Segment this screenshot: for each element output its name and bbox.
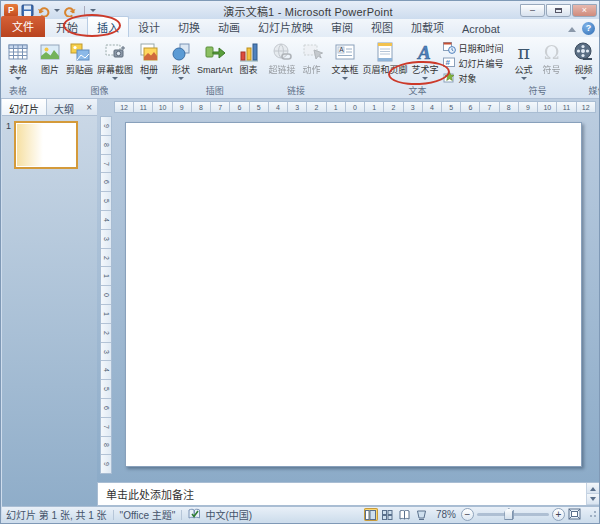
group-label-media: 媒体 [568,85,600,98]
group-symbols: π 公式 Ω 符号 符号 [508,38,568,98]
shapes-button-label: 形状 [172,65,190,75]
group-label-images: 图像 [34,85,165,98]
close-button[interactable]: × [572,4,597,17]
group-label-illustrations: 插图 [165,85,265,98]
screenshot-button[interactable]: 屏幕截图 [95,39,135,83]
language-indicator[interactable]: 中文(中国) [205,507,252,522]
wordart-button[interactable]: A 艺术字 [410,39,441,83]
textbox-icon: A [333,40,357,64]
slides-panel: 幻灯片 大纲 × 1 [2,99,97,506]
tab-transitions[interactable]: 切换 [169,17,209,37]
header-footer-button[interactable]: 页眉和页脚 [361,39,410,75]
help-icon[interactable]: ? [582,22,595,35]
screenshot-icon [103,40,127,64]
equation-button[interactable]: π 公式 [510,39,538,83]
arrow-down-icon [590,497,596,504]
tab-slides-thumbnails[interactable]: 幻灯片 [2,99,47,115]
photo-album-button[interactable]: 相册 [135,39,163,83]
ruler-number: 3 [101,229,111,248]
undo-dropdown-icon[interactable] [54,9,60,15]
symbol-icon: Ω [540,40,564,64]
hyperlink-button[interactable]: 超链接 [267,39,298,75]
spellcheck-icon[interactable] [188,508,201,522]
scroll-down-button[interactable] [587,494,599,505]
zoom-slider[interactable] [477,513,549,516]
svg-text:#: # [445,58,450,67]
tab-animations[interactable]: 动画 [209,17,249,37]
tab-slideshow[interactable]: 幻灯片放映 [249,17,322,37]
tab-outline[interactable]: 大纲 [47,99,81,115]
vertical-ruler: 9876543210123456789 [100,116,112,474]
resize-grip[interactable] [588,511,596,519]
zoom-in-button[interactable]: + [552,508,565,521]
smartart-button[interactable]: SmartArt [195,39,235,75]
notes-placeholder[interactable]: 单击此处添加备注 [98,483,586,502]
action-icon [300,40,324,64]
tab-addins[interactable]: 加载项 [402,17,453,37]
screenshot-dropdown-icon [112,77,118,83]
scroll-up-button[interactable] [587,483,599,494]
fit-to-window-icon[interactable] [568,508,581,522]
video-dropdown-icon [581,77,587,83]
notes-pane[interactable]: 单击此处添加备注 [97,482,600,506]
header-footer-icon [373,40,397,64]
table-button[interactable]: 表格 [4,39,32,83]
group-images: 图片 剪贴画 屏幕截图 相册 图像 [34,38,165,98]
date-time-button[interactable]: 日期和时间 [441,41,506,55]
tab-view[interactable]: 视图 [362,17,402,37]
slide-number-button[interactable]: # 幻灯片编号 [441,56,506,70]
ribbon-tab-row: 文件 开始 插入 设计 切换 动画 幻灯片放映 审阅 视图 加载项 Acroba… [1,19,599,37]
wordart-button-label: 艺术字 [412,65,439,75]
reading-view-button[interactable] [398,508,412,521]
powerpoint-window: P 演示文稿1 - Microsoft PowerPoint – × 文件 开始… [0,0,600,524]
undo-icon[interactable] [37,5,51,17]
ruler-number: 8 [101,135,111,154]
video-button-label: 视频 [575,65,593,75]
picture-button[interactable]: 图片 [36,39,64,75]
video-button[interactable]: 视频 [570,39,598,83]
zoom-slider-thumb[interactable] [504,508,513,520]
clipart-button[interactable]: 剪贴画 [64,39,95,75]
action-button[interactable]: 动作 [298,39,326,75]
ruler-number: 12 [115,102,133,112]
slideshow-view-button[interactable] [415,508,429,521]
slide-canvas[interactable] [125,122,582,467]
slide-thumbnail[interactable] [14,121,78,169]
ruler-number: 2 [101,248,111,267]
ruler-number: 5 [101,191,111,210]
table-icon [6,40,30,64]
panel-close-icon[interactable]: × [81,99,97,115]
slide-counter[interactable]: 幻灯片 第 1 张, 共 1 张 [6,507,107,522]
redo-icon[interactable] [63,5,76,17]
zoom-out-button[interactable]: − [461,508,474,521]
theme-name[interactable]: "Office 主题" [120,507,176,522]
minimize-button[interactable]: – [520,4,545,17]
tab-design[interactable]: 设计 [129,17,169,37]
tab-acrobat[interactable]: Acrobat [453,21,509,37]
tab-file[interactable]: 文件 [1,16,45,37]
tab-home[interactable]: 开始 [47,17,87,37]
collapse-ribbon-icon[interactable] [568,23,576,32]
ruler-number: 4 [422,102,441,112]
tab-insert[interactable]: 插入 [87,16,129,37]
ruler-number: 9 [101,454,111,473]
maximize-button[interactable] [546,4,571,17]
ruler-number: 7 [101,154,111,173]
notes-scrollbar[interactable] [586,483,599,505]
tab-review[interactable]: 审阅 [322,17,362,37]
slides-panel-tabs: 幻灯片 大纲 × [2,99,97,116]
group-label-tables: 表格 [2,85,34,98]
shapes-button[interactable]: 形状 [167,39,195,83]
object-button[interactable]: 对象 [441,71,506,85]
symbol-button[interactable]: Ω 符号 [538,39,566,75]
hyperlink-button-label: 超链接 [269,65,296,75]
chart-button[interactable]: 图表 [235,39,263,75]
ruler-number: 3 [403,102,422,112]
normal-view-button[interactable] [364,508,378,521]
date-time-button-label: 日期和时间 [459,42,504,55]
hyperlink-icon [270,40,294,64]
slide-sorter-view-button[interactable] [381,508,395,521]
zoom-level[interactable]: 78% [436,509,456,520]
textbox-button[interactable]: A 文本框 [330,39,361,83]
ruler-number: 1 [364,102,383,112]
